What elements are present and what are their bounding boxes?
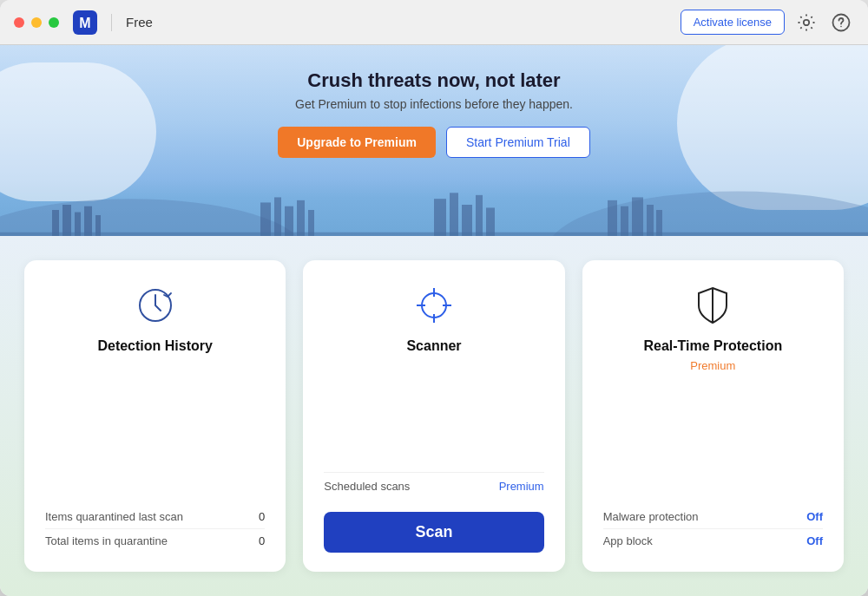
trial-button[interactable]: Start Premium Trial [446, 127, 590, 158]
detection-title: Detection History [45, 338, 265, 354]
svg-point-4 [840, 25, 842, 27]
scan-button[interactable]: Scan [324, 512, 543, 553]
hero-buttons: Upgrade to Premium Start Premium Trial [278, 127, 590, 158]
svg-point-5 [0, 199, 304, 236]
svg-rect-23 [621, 206, 628, 236]
cloud-left [0, 62, 156, 201]
stat-row-quarantined: Items quarantined last scan 0 [45, 505, 265, 528]
app-window: M Free Activate license [0, 0, 868, 596]
app-block-value: Off [806, 534, 823, 547]
svg-rect-17 [434, 199, 446, 236]
stat-value-quarantined: 0 [259, 510, 265, 523]
stat-label-total: Total items in quarantine [45, 534, 168, 547]
app-tier-label: Free [126, 15, 153, 29]
clock-icon [135, 285, 176, 326]
gear-icon [797, 13, 816, 32]
protection-card: Real-Time Protection Premium Malware pro… [582, 260, 844, 572]
scheduled-scans-value: Premium [499, 480, 544, 493]
hero-skyline [0, 184, 868, 236]
scanner-icon-area [324, 285, 543, 326]
stat-row-total: Total items in quarantine 0 [45, 528, 265, 553]
svg-rect-18 [450, 193, 458, 236]
svg-text:M: M [79, 16, 90, 30]
malware-protection-label: Malware protection [603, 510, 699, 523]
svg-rect-10 [84, 206, 92, 236]
svg-rect-12 [260, 202, 271, 236]
activate-license-button[interactable]: Activate license [681, 10, 785, 35]
app-block-label: App block [603, 534, 653, 547]
upgrade-button[interactable]: Upgrade to Premium [278, 127, 436, 158]
title-bar: M Free Activate license [0, 0, 868, 45]
protection-stats: Malware protection Off App block Off [603, 505, 823, 553]
svg-rect-22 [608, 200, 617, 236]
stat-label-quarantined: Items quarantined last scan [45, 510, 183, 523]
svg-rect-20 [476, 195, 483, 236]
protection-title: Real-Time Protection [603, 338, 823, 354]
hero-title: Crush threats now, not later [307, 69, 560, 92]
maximize-button[interactable] [49, 17, 59, 28]
detection-history-card: Detection History Items quarantined last… [24, 260, 286, 572]
malware-protection-row: Malware protection Off [603, 505, 823, 528]
svg-rect-15 [297, 200, 305, 236]
svg-rect-16 [308, 210, 314, 236]
crosshair-icon [413, 285, 455, 326]
scanner-card: Scanner Scheduled scans Premium Scan [303, 260, 564, 572]
help-icon [832, 13, 851, 32]
svg-rect-25 [647, 205, 654, 236]
minimize-button[interactable] [31, 17, 42, 28]
svg-rect-13 [274, 197, 281, 236]
svg-point-29 [422, 293, 446, 318]
svg-point-2 [804, 19, 809, 24]
title-bar-actions: Activate license [681, 10, 854, 36]
settings-button[interactable] [793, 10, 819, 36]
scheduled-scans-row: Scheduled scans Premium [324, 472, 543, 500]
protection-icon-area [603, 285, 823, 326]
app-logo-icon: M [73, 10, 97, 35]
svg-rect-21 [486, 207, 495, 236]
app-block-row: App block Off [603, 528, 823, 553]
detection-stats: Items quarantined last scan 0 Total item… [45, 505, 265, 553]
stat-value-total: 0 [259, 534, 265, 547]
hero-banner: Crush threats now, not later Get Premium… [0, 45, 868, 236]
cards-section: Detection History Items quarantined last… [0, 236, 868, 596]
title-divider [111, 14, 112, 31]
scheduled-scans-label: Scheduled scans [324, 480, 410, 493]
hero-subtitle: Get Premium to stop infections before th… [295, 97, 573, 111]
svg-rect-14 [285, 206, 293, 236]
app-logo: M Free [73, 10, 681, 35]
scanner-title: Scanner [324, 338, 543, 354]
protection-subtitle: Premium [603, 359, 823, 372]
detection-icon-area [45, 285, 265, 326]
svg-point-6 [547, 192, 868, 236]
svg-rect-7 [52, 210, 59, 236]
malware-protection-value: Off [806, 510, 823, 523]
close-button[interactable] [14, 17, 24, 28]
svg-rect-24 [632, 197, 643, 236]
svg-rect-26 [656, 210, 662, 236]
svg-rect-8 [62, 205, 71, 236]
help-button[interactable] [828, 10, 854, 36]
scanner-content: Scheduled scans Premium Scan [324, 359, 543, 553]
svg-rect-19 [462, 205, 472, 236]
svg-rect-27 [0, 233, 868, 236]
shield-icon [692, 285, 733, 326]
window-controls [14, 17, 59, 28]
